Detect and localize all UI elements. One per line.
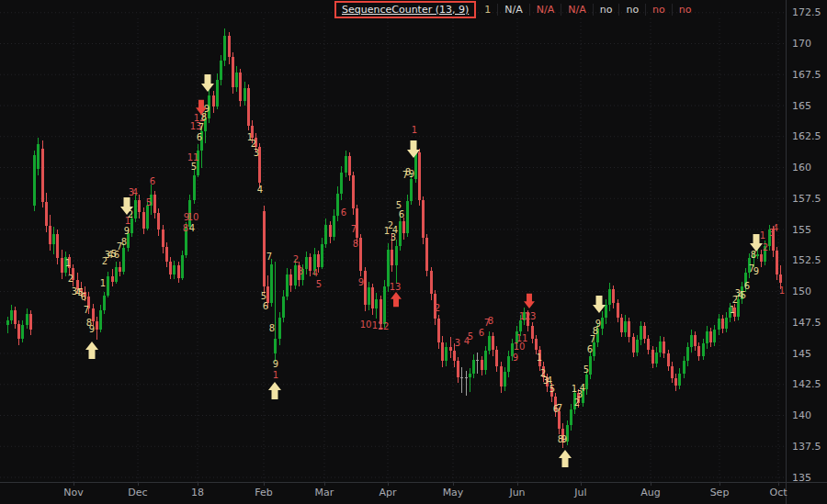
setup-count-label: 2	[68, 274, 74, 284]
candle	[169, 262, 172, 274]
setup-count-label: 4	[257, 185, 263, 195]
candle	[368, 287, 370, 305]
candle	[103, 296, 106, 310]
candle	[531, 326, 534, 339]
candle	[686, 347, 689, 361]
countdown-count-label: 7	[351, 224, 357, 234]
countdown-count-label: 3	[298, 266, 303, 276]
candle	[333, 216, 335, 237]
setup-count-label: 7	[84, 305, 89, 315]
candle	[659, 342, 662, 353]
candle	[6, 320, 9, 325]
setup-count-label: 9	[89, 324, 95, 334]
candle	[162, 230, 164, 247]
countdown-count-label: 10	[360, 319, 372, 330]
candle	[488, 336, 491, 351]
candle	[274, 339, 277, 353]
candle	[130, 218, 133, 233]
setup-count-label: 1	[65, 258, 71, 268]
candle	[45, 202, 48, 226]
candle	[228, 36, 231, 57]
countdown-count-label: 1	[273, 370, 278, 380]
candle	[402, 221, 405, 234]
setup-count-label: 6	[81, 292, 86, 302]
candle	[437, 319, 440, 342]
candle	[663, 342, 665, 354]
candle	[612, 289, 615, 303]
setup-count-label: 5	[549, 384, 555, 394]
candle	[760, 254, 763, 262]
candle	[570, 409, 572, 426]
setup-count-label: 9	[273, 359, 278, 369]
indicator-legend[interactable]: SequenceCounter (13, 9)	[334, 1, 476, 18]
setup-count-label: 9	[561, 434, 567, 444]
setup-count-label: 7	[557, 403, 562, 413]
candle	[270, 264, 273, 303]
price-axis[interactable]	[786, 0, 827, 482]
candle	[157, 213, 160, 230]
candle	[26, 314, 28, 325]
setup-count-label: 6	[197, 132, 202, 142]
setup-count-label: 9	[409, 169, 414, 179]
candle	[558, 411, 561, 429]
candle	[336, 194, 339, 216]
candle	[441, 342, 444, 361]
candle	[232, 57, 234, 86]
setup-count-label: 9	[124, 226, 130, 236]
setup-count-label: 8	[121, 237, 127, 247]
setup-count-label: 6	[399, 209, 404, 219]
countdown-count-label: 9	[513, 353, 518, 363]
setup-count-label: 1	[730, 305, 735, 315]
setup-count-label: 6	[263, 301, 268, 311]
candle	[643, 326, 646, 339]
countdown-count-label: 6	[479, 328, 484, 338]
indicator-value: no	[618, 4, 645, 16]
candle	[624, 321, 627, 332]
candle	[725, 318, 728, 329]
countdown-count-label: 13	[390, 282, 402, 292]
candle	[640, 326, 642, 340]
candle	[453, 351, 456, 361]
candle	[460, 377, 463, 379]
candle	[476, 360, 479, 362]
countdown-count-label: 4	[312, 268, 318, 278]
candle	[49, 226, 51, 244]
candle	[348, 156, 351, 174]
countdown-count-label: 1	[760, 230, 765, 241]
candle	[776, 251, 778, 274]
candle	[628, 321, 630, 338]
candle	[107, 276, 109, 295]
candle	[457, 361, 459, 377]
candle	[481, 360, 483, 370]
candle	[146, 206, 149, 228]
candle	[352, 175, 355, 208]
candle	[340, 173, 343, 194]
candle	[674, 378, 677, 386]
time-axis[interactable]	[0, 482, 786, 504]
candle	[504, 372, 506, 386]
candle	[655, 353, 658, 364]
candle	[484, 351, 487, 369]
setup-count-label: 4	[580, 383, 585, 393]
indicator-title: SequenceCounter (13, 9)	[342, 3, 469, 17]
candle	[17, 324, 20, 339]
candle	[445, 347, 447, 361]
candle	[56, 234, 59, 258]
candle	[37, 144, 40, 169]
setup-count-label: 8	[269, 323, 275, 333]
candle	[702, 343, 705, 356]
setup-count-label: 7	[198, 122, 204, 132]
candle	[617, 303, 619, 318]
candle	[519, 320, 522, 331]
candle	[585, 375, 588, 389]
candle	[383, 286, 386, 324]
candle	[651, 350, 654, 364]
countdown-count-label: 12	[378, 321, 390, 331]
candle	[329, 225, 332, 238]
price-chart[interactable]: 1234567891234567891234568910411513126789…	[0, 0, 827, 504]
indicator-value: N/A	[529, 4, 561, 16]
candle	[779, 274, 782, 283]
countdown-count-label: 5	[316, 279, 322, 289]
candle	[430, 271, 433, 295]
setup-count-label: 4	[392, 225, 398, 235]
